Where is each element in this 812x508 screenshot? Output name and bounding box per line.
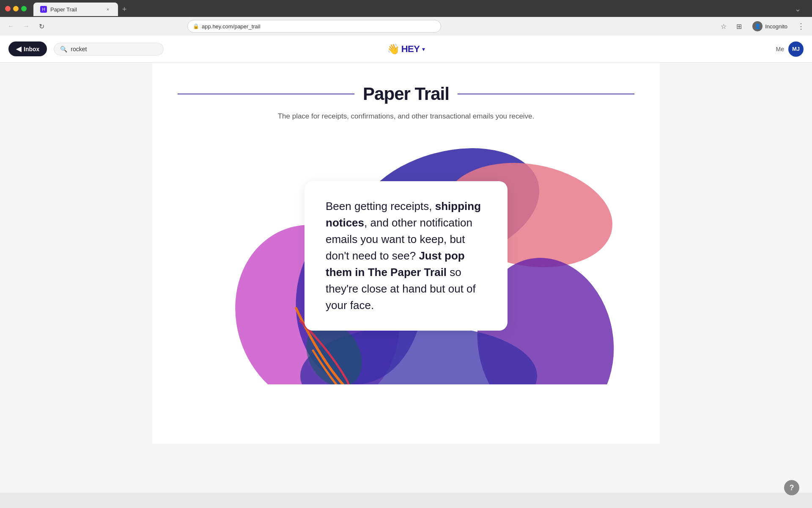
card-text: Been getting receipts, shipping notices,…: [326, 198, 486, 314]
me-label: Me: [776, 46, 784, 52]
page-subtitle: The place for receipts, confirmations, a…: [178, 111, 634, 122]
inbox-label: Inbox: [24, 46, 39, 52]
incognito-button[interactable]: 👤 Incognito: [748, 19, 792, 33]
toolbar-right: ☆ ⊞ 👤 Incognito ⋮: [718, 19, 807, 33]
browser-toolbar: ← → ↻ 🔒 app.hey.com/paper_trail ☆ ⊞ 👤 In…: [0, 17, 812, 36]
active-tab[interactable]: H Paper Trail ×: [33, 3, 118, 16]
hey-logo[interactable]: 👋 HEY ▾: [387, 43, 425, 55]
address-text: app.hey.com/paper_trail: [202, 23, 436, 30]
incognito-avatar: 👤: [752, 21, 763, 31]
tab-overflow-button[interactable]: ⌄: [792, 2, 804, 16]
inbox-back-button[interactable]: ◀ Inbox: [8, 41, 47, 56]
card-text-intro: Been getting receipts,: [326, 200, 435, 213]
app-content: ◀ Inbox 🔍 👋 HEY ▾ Me MJ Paper Trail The …: [0, 36, 812, 493]
bookmark-button[interactable]: ☆: [718, 20, 730, 32]
maximize-traffic-light[interactable]: [21, 6, 27, 11]
help-button[interactable]: ?: [784, 480, 799, 495]
hey-logo-text: HEY: [401, 44, 420, 55]
tab-close-button[interactable]: ×: [104, 6, 111, 13]
title-bar: H Paper Trail × + ⌄: [0, 0, 812, 17]
lock-icon: 🔒: [193, 23, 199, 29]
header-line-left: [178, 94, 354, 94]
new-tab-button[interactable]: +: [118, 3, 131, 16]
page-title: Paper Trail: [354, 84, 458, 104]
address-bar[interactable]: 🔒 app.hey.com/paper_trail: [187, 20, 441, 33]
incognito-label: Incognito: [765, 23, 787, 30]
traffic-lights: [5, 6, 27, 11]
back-button[interactable]: ←: [5, 20, 17, 32]
user-avatar[interactable]: MJ: [788, 41, 804, 57]
tab-bar: H Paper Trail × + ⌄: [30, 1, 807, 16]
header-line-right: [458, 94, 634, 94]
hey-dropdown-icon[interactable]: ▾: [422, 46, 425, 52]
search-container[interactable]: 🔍: [54, 43, 164, 55]
browser-chrome: H Paper Trail × + ⌄ ← → ↻ 🔒 app.hey.com/…: [0, 0, 812, 36]
back-arrow-icon: ◀: [16, 45, 21, 53]
browser-menu-button[interactable]: ⋮: [795, 20, 807, 32]
minimize-traffic-light[interactable]: [13, 6, 19, 11]
extensions-button[interactable]: ⊞: [733, 20, 745, 32]
tab-title: Paper Trail: [50, 6, 77, 13]
refresh-button[interactable]: ↻: [36, 20, 47, 32]
forward-button[interactable]: →: [20, 20, 32, 32]
header-right: Me MJ: [776, 41, 804, 57]
content-card: Been getting receipts, shipping notices,…: [304, 181, 508, 331]
hey-hand-icon: 👋: [387, 43, 400, 55]
close-traffic-light[interactable]: [5, 6, 11, 11]
main-content: Paper Trail The place for receipts, conf…: [152, 63, 660, 444]
page-title-area: Paper Trail: [178, 63, 634, 111]
tab-favicon: H: [40, 6, 47, 13]
search-input[interactable]: [71, 46, 157, 52]
search-icon: 🔍: [60, 46, 67, 52]
illustration-area: Been getting receipts, shipping notices,…: [178, 139, 634, 384]
app-header: ◀ Inbox 🔍 👋 HEY ▾ Me MJ: [0, 36, 812, 63]
